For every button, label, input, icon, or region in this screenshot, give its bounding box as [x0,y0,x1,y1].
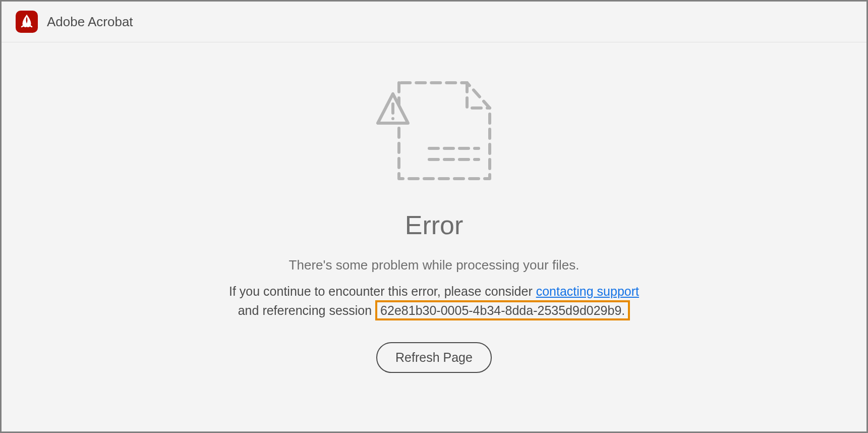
svg-point-3 [391,117,394,120]
app-title: Adobe Acrobat [47,14,133,30]
error-detail: If you continue to encounter this error,… [229,282,639,320]
error-heading: Error [405,210,464,240]
error-detail-prefix: If you continue to encounter this error,… [229,284,536,298]
session-id: 62e81b30-0005-4b34-8dda-2535d9d029b9. [375,300,630,320]
error-detail-mid: and referencing session [238,303,375,317]
refresh-page-button[interactable]: Refresh Page [376,342,492,373]
adobe-acrobat-icon [16,11,38,33]
error-content: Error There's some problem while process… [2,42,866,373]
error-document-icon [369,73,500,191]
error-subtitle: There's some problem while processing yo… [289,257,580,273]
app-header: Adobe Acrobat [2,2,866,42]
contact-support-link[interactable]: contacting support [536,284,639,298]
